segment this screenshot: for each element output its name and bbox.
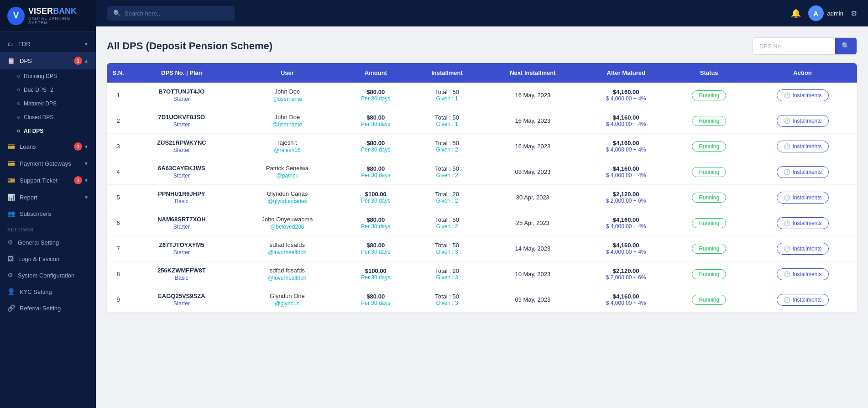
main-area: 🔍 🔔 A admin ⚙ All DPS (Deposit Pension S… (96, 0, 868, 408)
sidebar-item-closed-dps[interactable]: Closed DPS (0, 110, 96, 124)
username: @patrick (239, 173, 335, 179)
after-matured-amount: $4,160.00 (587, 140, 664, 146)
cell-amount: $80.00 Per 30 days (341, 210, 410, 236)
due-dps-dot (17, 89, 20, 91)
cell-amount: $80.00 Per 30 days (341, 159, 410, 185)
dps-search-input[interactable] (753, 39, 835, 53)
installments-button[interactable]: 🕐 Installments (777, 217, 829, 229)
cell-amount: $80.00 Per 30 days (341, 134, 410, 159)
amount-per: Per 30 days (346, 223, 405, 230)
next-installment-date: 25 Apr, 2023 (516, 220, 549, 226)
installments-button[interactable]: 🕐 Installments (777, 243, 829, 255)
report-icon: 📊 (7, 194, 15, 201)
installment-total: Total : 50 (416, 165, 478, 172)
dps-chevron: ▲ (84, 58, 89, 63)
cell-amount: $80.00 Per 30 days (341, 108, 410, 134)
installment-given: Given : 2 (416, 146, 478, 153)
installments-button[interactable]: 🕐 Installments (777, 89, 829, 101)
status-badge: Running (692, 244, 726, 254)
dps-search-button[interactable]: 🔍 (835, 38, 857, 54)
col-installment: Installment (410, 63, 483, 83)
username: @rajesh16 (239, 147, 335, 153)
after-matured-amount: $2,120.00 (587, 191, 664, 198)
next-installment-date: 30 Apr, 2023 (516, 194, 549, 201)
clock-icon: 🕐 (784, 169, 790, 175)
admin-profile[interactable]: A admin (808, 5, 843, 21)
col-amount: Amount (341, 63, 410, 83)
after-matured-amount: $4,160.00 (587, 216, 664, 223)
plan-label: Starter (135, 249, 228, 256)
installments-button[interactable]: 🕐 Installments (777, 115, 829, 127)
sidebar-item-general-setting[interactable]: ⚙ General Setting (0, 234, 96, 251)
sidebar-item-all-dps[interactable]: All DPS (0, 124, 96, 138)
sidebar-item-running-dps[interactable]: Running DPS (0, 69, 96, 83)
matured-dps-dot (17, 102, 20, 105)
cell-dps-plan: EAGQ25VS9SZA Starter (130, 287, 234, 313)
closed-dps-dot (17, 116, 20, 119)
installment-total: Total : 20 (416, 267, 478, 274)
sidebar-item-matured-dps[interactable]: Matured DPS (0, 97, 96, 110)
running-dps-dot (17, 75, 20, 78)
search-input[interactable] (125, 10, 228, 17)
status-badge: Running (692, 218, 726, 228)
search-box[interactable]: 🔍 (107, 6, 235, 21)
status-badge: Running (692, 90, 726, 100)
system-config-icon: ⚙ (7, 272, 13, 279)
kyc-label: KYC Setting (20, 288, 89, 295)
sidebar-item-loans[interactable]: 💳 Loans 1 ▼ (0, 138, 96, 155)
cell-action: 🕐 Installments (748, 83, 857, 108)
installment-total: Total : 50 (416, 216, 478, 223)
next-installment-date: 09 May, 2023 (515, 296, 550, 303)
settings-gear-icon[interactable]: ⚙ (851, 9, 857, 18)
cell-sn: 7 (107, 236, 130, 262)
table-row: 6 NAM68SRT7XOH Starter John Onyeuwaoma @… (107, 210, 857, 236)
installments-button[interactable]: 🕐 Installments (777, 294, 829, 306)
plan-label: Starter (135, 173, 228, 179)
cell-user: sdfad fdsafds @luvurhealthph (234, 236, 341, 262)
closed-dps-label: Closed DPS (24, 114, 53, 120)
cell-dps-plan: Z67TJTOYXYM5 Starter (130, 236, 234, 262)
matured-dps-label: Matured DPS (24, 100, 57, 107)
installments-button[interactable]: 🕐 Installments (777, 166, 829, 178)
installments-button[interactable]: 🕐 Installments (777, 141, 829, 152)
installments-button[interactable]: 🕐 Installments (777, 268, 829, 280)
sidebar-item-payment-gateways[interactable]: 💳 Payment Gateways ▼ (0, 155, 96, 172)
plan-label: Basic (135, 198, 228, 204)
next-installment-date: 08 May, 2023 (515, 168, 550, 175)
clock-icon: 🕐 (784, 271, 790, 277)
cell-user: John Doe @username (234, 83, 341, 108)
sidebar-item-fdr[interactable]: 🗂 FDR ▼ (0, 36, 96, 52)
report-chevron: ▼ (84, 195, 89, 200)
cell-installment: Total : 50 Given : 2 (410, 210, 483, 236)
after-matured-amount: $4,160.00 (587, 293, 664, 300)
dps-number: Z67TJTOYXYM5 (135, 241, 228, 248)
sidebar-item-report[interactable]: 📊 Report ▼ (0, 189, 96, 205)
installments-button[interactable]: 🕐 Installments (777, 192, 829, 204)
amount-per: Per 30 days (346, 249, 405, 255)
cell-next-installment: 10 May, 2023 (484, 262, 582, 287)
cell-next-installment: 25 Apr, 2023 (484, 210, 582, 236)
amount-main: $80.00 (346, 216, 405, 223)
cell-sn: 2 (107, 108, 130, 134)
support-ticket-badge: 1 (74, 176, 82, 184)
after-matured-formula: $ 4,000.00 + 4% (587, 146, 664, 153)
notification-bell[interactable]: 🔔 (791, 8, 801, 18)
cell-after-matured: $4,160.00 $ 4,000.00 + 4% (582, 236, 670, 262)
sidebar-item-due-dps[interactable]: Due DPS 2 (0, 83, 96, 97)
sidebar-item-logo-favicon[interactable]: 🖼 Logo & Favicon (0, 251, 96, 267)
username: @luvurhealthph (239, 249, 335, 256)
cell-user: John Onyeuwaoma @beloved200 (234, 210, 341, 236)
sidebar-item-kyc-setting[interactable]: 👤 KYC Setting (0, 283, 96, 300)
cell-status: Running (670, 262, 748, 287)
sidebar-item-system-configuration[interactable]: ⚙ System Configuration (0, 267, 96, 283)
sidebar-item-dps[interactable]: 📋 DPS 1 ▲ (0, 52, 96, 69)
sidebar-item-support-ticket[interactable]: 🎫 Support Ticket 1 ▼ (0, 172, 96, 189)
after-matured-formula: $ 4,000.00 + 4% (587, 300, 664, 306)
due-dps-label: Due DPS (24, 87, 47, 93)
sidebar-item-subscribers[interactable]: 👥 Subscribers (0, 205, 96, 222)
sidebar-item-referral-setting[interactable]: 🔗 Referral Setting (0, 300, 96, 316)
cell-next-installment: 08 May, 2023 (484, 159, 582, 185)
user-name: Patrick Senelwa (239, 165, 335, 172)
kyc-icon: 👤 (7, 288, 15, 295)
cell-after-matured: $4,160.00 $ 4,000.00 + 4% (582, 210, 670, 236)
